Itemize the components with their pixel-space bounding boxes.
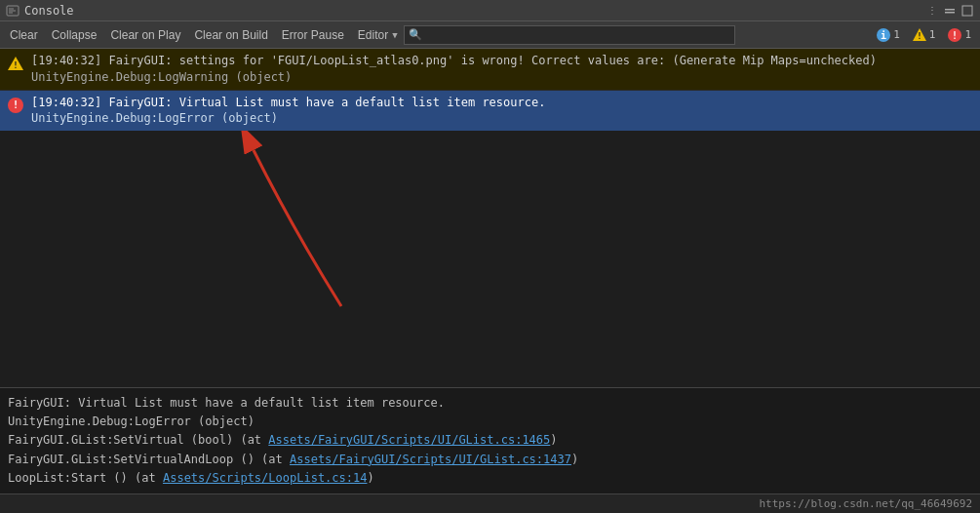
stack-line-3-prefix: FairyGUI.GList:SetVirtual (bool) (at — [8, 433, 268, 447]
warning-row-icon: ! — [6, 54, 25, 73]
search-icon: 🔍 — [409, 28, 422, 41]
svg-rect-5 — [945, 12, 955, 14]
stack-line-4-prefix: FairyGUI.GList:SetVirtualAndLoop () (at — [8, 453, 290, 466]
warning-detail: UnityEngine.Debug:LogWarning (object) — [31, 69, 877, 86]
stack-line-2: UnityEngine.Debug:LogError (object) — [8, 413, 972, 431]
editor-dropdown-arrow: ▼ — [392, 30, 397, 40]
warning-message: [19:40:32] FairyGUI: settings for 'FGUI/… — [31, 53, 877, 69]
warn-badge[interactable]: ! 1 — [907, 25, 941, 45]
info-badge[interactable]: i 1 — [871, 25, 905, 45]
stack-line-1: FairyGUI: Virtual List must have a defau… — [8, 394, 972, 413]
warn-count: 1 — [929, 28, 936, 41]
log-area: ! [19:40:32] FairyGUI: settings for 'FGU… — [0, 49, 980, 387]
clear-on-build-button[interactable]: Clear on Build — [188, 24, 273, 46]
stack-line-4-suffix: ) — [571, 453, 578, 466]
editor-dropdown[interactable]: Editor ▼ — [352, 24, 398, 46]
title-bar: Console ⋮ — [0, 0, 980, 21]
svg-rect-4 — [945, 9, 955, 11]
console-icon — [6, 4, 20, 18]
editor-button[interactable]: Editor — [352, 24, 394, 46]
stack-line-5: LoopList:Start () (at Assets/Scripts/Loo… — [8, 469, 972, 488]
bottom-bar-url: https://blog.csdn.net/qq_46649692 — [759, 497, 972, 510]
info-count: 1 — [893, 28, 900, 41]
stack-line-3-link[interactable]: Assets/FairyGUI/Scripts/UI/GList.cs:1465 — [268, 433, 550, 447]
clear-button[interactable]: Clear — [4, 24, 44, 46]
search-input[interactable] — [425, 28, 730, 42]
stack-line-5-suffix: ) — [367, 471, 373, 485]
minimize-button[interactable] — [943, 4, 957, 18]
log-row-warning[interactable]: ! [19:40:32] FairyGUI: settings for 'FGU… — [0, 49, 980, 91]
info-icon: i — [876, 27, 891, 43]
title-bar-controls: ⋮ — [925, 4, 974, 18]
svg-text:!: ! — [952, 30, 958, 41]
error-row-icon: ! — [6, 96, 25, 115]
error-message: [19:40:32] FairyGUI: Virtual List must h… — [31, 95, 545, 111]
arrow-svg — [195, 131, 585, 326]
toolbar: Clear Collapse Clear on Play Clear on Bu… — [0, 21, 980, 49]
stack-line-5-prefix: LoopList:Start () (at — [8, 471, 163, 485]
console-window: Console ⋮ Clear Collapse Clear on Play C… — [0, 0, 980, 513]
title-bar-text: Console — [24, 4, 74, 18]
error-pause-button[interactable]: Error Pause — [276, 24, 350, 46]
svg-text:!: ! — [917, 31, 921, 41]
error-icon: ! — [947, 27, 962, 43]
svg-text:i: i — [881, 30, 886, 41]
svg-text:!: ! — [13, 60, 18, 70]
error-log-text: [19:40:32] FairyGUI: Virtual List must h… — [31, 95, 545, 128]
stack-line-3-suffix: ) — [550, 433, 557, 447]
error-badge[interactable]: ! 1 — [942, 25, 976, 45]
stack-line-4-link[interactable]: Assets/FairyGUI/Scripts/UI/GList.cs:1437 — [290, 453, 571, 466]
menu-dots-button[interactable]: ⋮ — [925, 4, 939, 18]
stack-line-5-link[interactable]: Assets/Scripts/LoopList.cs:14 — [163, 471, 368, 485]
clear-on-play-button[interactable]: Clear on Play — [104, 24, 186, 46]
warning-log-text: [19:40:32] FairyGUI: settings for 'FGUI/… — [31, 53, 877, 86]
status-icons: i 1 ! 1 ! 1 — [871, 25, 976, 45]
stack-line-3: FairyGUI.GList:SetVirtual (bool) (at Ass… — [8, 431, 972, 450]
error-detail: UnityEngine.Debug:LogError (object) — [31, 110, 545, 127]
svg-rect-6 — [962, 6, 972, 16]
stack-trace-panel: FairyGUI: Virtual List must have a defau… — [0, 387, 980, 493]
close-button[interactable] — [960, 4, 974, 18]
collapse-button[interactable]: Collapse — [46, 24, 103, 46]
bottom-bar: https://blog.csdn.net/qq_46649692 — [0, 493, 980, 513]
arrow-area — [0, 131, 980, 326]
error-count: 1 — [964, 28, 971, 41]
search-container: 🔍 — [404, 25, 735, 45]
stack-line-4: FairyGUI.GList:SetVirtualAndLoop () (at … — [8, 451, 972, 469]
log-row-error[interactable]: ! [19:40:32] FairyGUI: Virtual List must… — [0, 91, 980, 132]
warn-icon: ! — [912, 27, 927, 43]
